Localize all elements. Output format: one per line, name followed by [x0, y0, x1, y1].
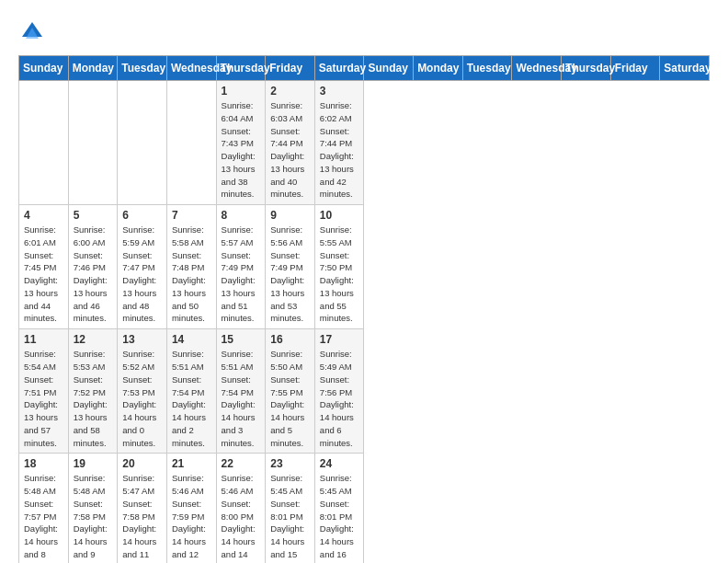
calendar-header-row: SundayMondayTuesdayWednesdayThursdayFrid…: [19, 56, 710, 81]
header-thursday: Thursday: [562, 56, 611, 81]
calendar-cell-w2d2: 5Sunrise: 6:00 AM Sunset: 7:46 PM Daylig…: [68, 205, 118, 329]
calendar-cell-w2d3: 6Sunrise: 5:59 AM Sunset: 7:47 PM Daylig…: [118, 205, 167, 329]
day-info: Sunrise: 5:55 AM Sunset: 7:50 PM Dayligh…: [320, 224, 359, 325]
day-number: 15: [222, 333, 261, 346]
calendar-week-2: 4Sunrise: 6:01 AM Sunset: 7:45 PM Daylig…: [19, 205, 710, 329]
day-number: 23: [270, 457, 310, 470]
calendar-cell-w4d1: 18Sunrise: 5:48 AM Sunset: 7:57 PM Dayli…: [19, 454, 69, 563]
day-info: Sunrise: 5:49 AM Sunset: 7:56 PM Dayligh…: [320, 348, 359, 449]
header-sunday: Sunday: [19, 56, 69, 81]
calendar-week-4: 18Sunrise: 5:48 AM Sunset: 7:57 PM Dayli…: [19, 454, 710, 563]
calendar-table: SundayMondayTuesdayWednesdayThursdayFrid…: [18, 55, 710, 563]
calendar-cell-w4d7: 24Sunrise: 5:45 AM Sunset: 8:01 PM Dayli…: [314, 454, 364, 563]
calendar-week-3: 11Sunrise: 5:54 AM Sunset: 7:51 PM Dayli…: [19, 329, 710, 454]
calendar-cell-w3d2: 12Sunrise: 5:53 AM Sunset: 7:52 PM Dayli…: [68, 329, 118, 454]
day-info: Sunrise: 6:04 AM Sunset: 7:43 PM Dayligh…: [222, 99, 261, 201]
header-saturday: Saturday: [314, 56, 364, 81]
day-number: 14: [172, 333, 211, 346]
day-info: Sunrise: 5:57 AM Sunset: 7:49 PM Dayligh…: [222, 224, 261, 325]
day-number: 17: [320, 333, 359, 346]
day-number: 24: [320, 457, 359, 470]
day-info: Sunrise: 5:45 AM Sunset: 8:01 PM Dayligh…: [320, 472, 359, 563]
calendar-cell-w1d3: [118, 81, 167, 205]
day-number: 8: [222, 209, 261, 222]
calendar-cell-w1d2: [68, 81, 118, 205]
day-number: 3: [320, 85, 359, 98]
calendar-cell-w2d5: 8Sunrise: 5:57 AM Sunset: 7:49 PM Daylig…: [216, 205, 266, 329]
page-header: [18, 18, 710, 46]
calendar-cell-w3d6: 16Sunrise: 5:50 AM Sunset: 7:55 PM Dayli…: [266, 329, 315, 454]
calendar-cell-w1d4: [166, 81, 216, 205]
day-number: 16: [270, 333, 310, 346]
day-number: 9: [270, 209, 310, 222]
logo: [18, 18, 50, 46]
day-number: 6: [122, 209, 162, 222]
day-info: Sunrise: 6:00 AM Sunset: 7:46 PM Dayligh…: [74, 224, 113, 325]
day-number: 12: [74, 333, 113, 346]
day-number: 10: [320, 209, 359, 222]
day-info: Sunrise: 6:02 AM Sunset: 7:44 PM Dayligh…: [320, 99, 359, 201]
day-info: Sunrise: 5:50 AM Sunset: 7:55 PM Dayligh…: [270, 348, 310, 449]
logo-icon: [18, 18, 46, 46]
day-number: 2: [270, 85, 310, 98]
day-info: Sunrise: 5:46 AM Sunset: 8:00 PM Dayligh…: [222, 472, 261, 563]
calendar-cell-w2d1: 4Sunrise: 6:01 AM Sunset: 7:45 PM Daylig…: [19, 205, 69, 329]
header-friday: Friday: [610, 56, 660, 81]
calendar-cell-w4d6: 23Sunrise: 5:45 AM Sunset: 8:01 PM Dayli…: [266, 454, 315, 563]
day-info: Sunrise: 5:45 AM Sunset: 8:01 PM Dayligh…: [270, 472, 310, 563]
calendar-cell-w4d2: 19Sunrise: 5:48 AM Sunset: 7:58 PM Dayli…: [68, 454, 118, 563]
header-saturday: Saturday: [660, 56, 710, 81]
calendar-cell-w3d4: 14Sunrise: 5:51 AM Sunset: 7:54 PM Dayli…: [166, 329, 216, 454]
calendar-cell-w4d5: 22Sunrise: 5:46 AM Sunset: 8:00 PM Dayli…: [216, 454, 266, 563]
day-info: Sunrise: 5:51 AM Sunset: 7:54 PM Dayligh…: [172, 348, 211, 449]
day-number: 7: [172, 209, 211, 222]
day-number: 13: [122, 333, 162, 346]
day-number: 4: [24, 209, 63, 222]
calendar-cell-w4d3: 20Sunrise: 5:47 AM Sunset: 7:58 PM Dayli…: [118, 454, 167, 563]
calendar-cell-w4d4: 21Sunrise: 5:46 AM Sunset: 7:59 PM Dayli…: [166, 454, 216, 563]
calendar-cell-w3d7: 17Sunrise: 5:49 AM Sunset: 7:56 PM Dayli…: [314, 329, 364, 454]
calendar-cell-w2d7: 10Sunrise: 5:55 AM Sunset: 7:50 PM Dayli…: [314, 205, 364, 329]
header-monday: Monday: [414, 56, 463, 81]
day-info: Sunrise: 5:48 AM Sunset: 7:58 PM Dayligh…: [74, 472, 113, 563]
calendar-cell-w3d5: 15Sunrise: 5:51 AM Sunset: 7:54 PM Dayli…: [216, 329, 266, 454]
day-info: Sunrise: 5:48 AM Sunset: 7:57 PM Dayligh…: [24, 472, 63, 563]
day-number: 21: [172, 457, 211, 470]
day-number: 18: [24, 457, 63, 470]
day-number: 1: [222, 85, 261, 98]
day-info: Sunrise: 5:52 AM Sunset: 7:53 PM Dayligh…: [122, 348, 162, 449]
calendar-cell-w1d6: 2Sunrise: 6:03 AM Sunset: 7:44 PM Daylig…: [266, 81, 315, 205]
calendar-cell-w3d1: 11Sunrise: 5:54 AM Sunset: 7:51 PM Dayli…: [19, 329, 69, 454]
calendar-cell-w3d3: 13Sunrise: 5:52 AM Sunset: 7:53 PM Dayli…: [118, 329, 167, 454]
header-wednesday: Wednesday: [166, 56, 216, 81]
day-info: Sunrise: 6:01 AM Sunset: 7:45 PM Dayligh…: [24, 224, 63, 325]
day-number: 5: [74, 209, 113, 222]
header-tuesday: Tuesday: [462, 56, 512, 81]
header-thursday: Thursday: [216, 56, 266, 81]
day-info: Sunrise: 5:46 AM Sunset: 7:59 PM Dayligh…: [172, 472, 211, 563]
day-info: Sunrise: 5:53 AM Sunset: 7:52 PM Dayligh…: [74, 348, 113, 449]
day-info: Sunrise: 6:03 AM Sunset: 7:44 PM Dayligh…: [270, 99, 310, 201]
calendar-cell-w1d1: [19, 81, 69, 205]
day-info: Sunrise: 5:47 AM Sunset: 7:58 PM Dayligh…: [122, 472, 162, 563]
day-info: Sunrise: 5:59 AM Sunset: 7:47 PM Dayligh…: [122, 224, 162, 325]
day-number: 11: [24, 333, 63, 346]
day-info: Sunrise: 5:58 AM Sunset: 7:48 PM Dayligh…: [172, 224, 211, 325]
calendar-cell-w1d7: 3Sunrise: 6:02 AM Sunset: 7:44 PM Daylig…: [314, 81, 364, 205]
calendar-cell-w1d5: 1Sunrise: 6:04 AM Sunset: 7:43 PM Daylig…: [216, 81, 266, 205]
day-info: Sunrise: 5:51 AM Sunset: 7:54 PM Dayligh…: [222, 348, 261, 449]
day-number: 19: [74, 457, 113, 470]
calendar-week-1: 1Sunrise: 6:04 AM Sunset: 7:43 PM Daylig…: [19, 81, 710, 205]
header-sunday: Sunday: [364, 56, 414, 81]
day-number: 20: [122, 457, 162, 470]
day-info: Sunrise: 5:54 AM Sunset: 7:51 PM Dayligh…: [24, 348, 63, 449]
header-wednesday: Wednesday: [512, 56, 562, 81]
day-number: 22: [222, 457, 261, 470]
header-monday: Monday: [68, 56, 118, 81]
header-friday: Friday: [266, 56, 315, 81]
calendar-cell-w2d6: 9Sunrise: 5:56 AM Sunset: 7:49 PM Daylig…: [266, 205, 315, 329]
header-tuesday: Tuesday: [118, 56, 167, 81]
calendar-cell-w2d4: 7Sunrise: 5:58 AM Sunset: 7:48 PM Daylig…: [166, 205, 216, 329]
day-info: Sunrise: 5:56 AM Sunset: 7:49 PM Dayligh…: [270, 224, 310, 325]
